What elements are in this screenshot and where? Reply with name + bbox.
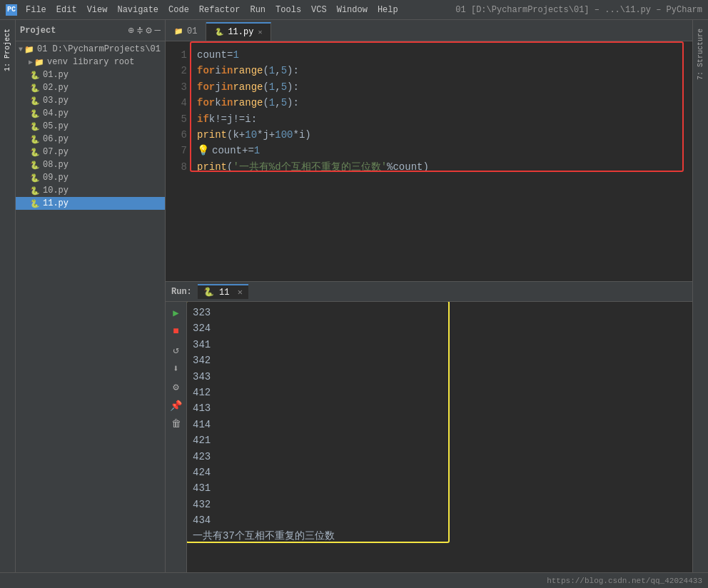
tree-item[interactable]: 🐍03.py <box>16 94 165 107</box>
run-output: 3233243413423434124134144214234244314324… <box>187 302 692 588</box>
tree-item[interactable]: 🐍04.py <box>16 107 165 120</box>
run-scroll-down-button[interactable]: ⬇ <box>168 360 184 376</box>
title-bar: PC File Edit View Navigate Code Refactor… <box>0 0 708 20</box>
code-line: print(k + 10 * j + 100 * i) <box>197 127 687 143</box>
active-tab-label: 11.py <box>228 27 253 37</box>
menu-refactor[interactable]: Refactor <box>195 4 245 16</box>
tree-item[interactable]: ▼📁01 D:\PycharmProjects\01 <box>16 43 165 56</box>
pc-logo: PC <box>6 4 17 16</box>
code-line: print('一共有%d个互相不重复的三位数' % count) <box>197 159 687 175</box>
tree-item[interactable]: 🐍06.py <box>16 133 165 146</box>
menu-help[interactable]: Help <box>373 4 403 16</box>
python-file-icon: 🐍 <box>215 28 223 36</box>
output-line: 423 <box>193 449 687 465</box>
run-stop-button[interactable]: ■ <box>168 323 184 339</box>
code-content: 12345678 count = 1for i in range(1, 5): … <box>166 41 692 281</box>
tree-item[interactable]: 🐍09.py <box>16 171 165 184</box>
output-line: 342 <box>193 353 687 368</box>
project-tab-label[interactable]: 1: Project <box>2 23 13 77</box>
output-line: 413 <box>193 400 687 416</box>
project-toolbar: ⊕ ≑ ⚙ — <box>128 24 161 36</box>
run-rerun-button[interactable]: ↺ <box>168 342 184 358</box>
menu-tools[interactable]: Tools <box>271 4 305 16</box>
output-line: 323 <box>193 305 687 320</box>
run-pin-button[interactable]: 📌 <box>168 397 184 413</box>
run-label: Run: <box>171 287 192 297</box>
window-title: 01 [D:\PycharmProjects\01] – ...\11.py –… <box>455 5 702 15</box>
output-summary: 一共有37个互相不重复的三位数 <box>193 528 687 544</box>
menu-view[interactable]: View <box>83 4 112 16</box>
left-tabs: 1: Project <box>0 20 16 588</box>
code-line: if k != j != i: <box>197 111 687 127</box>
menu-code[interactable]: Code <box>164 4 193 16</box>
add-icon[interactable]: ⊕ <box>128 24 133 36</box>
run-trash-button[interactable]: 🗑 <box>168 416 184 432</box>
status-url: https://blog.csdn.net/qq_42024433 <box>547 577 702 585</box>
settings-icon[interactable]: ⚙ <box>146 24 151 36</box>
menu-run[interactable]: Run <box>246 4 270 16</box>
tree-item[interactable]: 🐍01.py <box>16 69 165 81</box>
breadcrumb-text: 01 <box>187 26 197 36</box>
active-file-tab[interactable]: 🐍 11.py ✕ <box>206 22 271 41</box>
run-tab-icon: 🐍 <box>203 288 214 298</box>
folder-icon: 📁 <box>174 27 183 36</box>
right-tabs: 7: Structure <box>692 20 708 588</box>
run-settings-button[interactable]: ⚙ <box>168 379 184 395</box>
output-line: 431 <box>193 480 687 496</box>
code-line: 💡count += 1 <box>197 143 687 158</box>
main-layout: 1: Project Project ⊕ ≑ ⚙ — ▼📁01 D:\Pycha… <box>0 20 708 588</box>
tree-item[interactable]: ▶📁venv library root <box>16 56 165 69</box>
run-body: ▶ ■ ↺ ⬇ ⚙ 📌 🗑 32332434134234341241341442… <box>166 302 692 588</box>
menu-bar[interactable]: File Edit View Navigate Code Refactor Ru… <box>21 4 403 16</box>
line-numbers: 12345678 <box>166 41 191 281</box>
collapse-icon[interactable]: — <box>155 24 161 36</box>
breadcrumb-tab: 📁 01 <box>166 22 206 41</box>
menu-edit[interactable]: Edit <box>52 4 81 16</box>
project-header: Project ⊕ ≑ ⚙ — <box>16 20 165 41</box>
run-header: Run: 🐍 11 ✕ <box>166 282 692 302</box>
run-tab-11[interactable]: 🐍 11 ✕ <box>198 284 248 299</box>
structure-tab-label[interactable]: 7: Structure <box>695 23 706 86</box>
code-line: for k in range(1, 5): <box>197 95 687 111</box>
code-text[interactable]: count = 1for i in range(1, 5): for j in … <box>191 41 692 281</box>
menu-vcs[interactable]: VCS <box>307 4 331 16</box>
code-line: for i in range(1, 5): <box>197 63 687 78</box>
close-run-button[interactable]: ✕ <box>238 288 243 298</box>
code-line: count = 1 <box>197 47 687 63</box>
code-editor[interactable]: 12345678 count = 1for i in range(1, 5): … <box>166 41 692 281</box>
output-line: 414 <box>193 417 687 432</box>
run-tab-label: 11 <box>219 288 229 298</box>
output-line: 434 <box>193 512 687 528</box>
tree-item[interactable]: 🐍10.py <box>16 184 165 197</box>
output-line: 412 <box>193 385 687 400</box>
output-line: 324 <box>193 320 687 336</box>
close-tab-button[interactable]: ✕ <box>258 28 262 36</box>
menu-window[interactable]: Window <box>333 4 372 16</box>
run-play-button[interactable]: ▶ <box>168 305 184 320</box>
editor-area: 📁 01 🐍 11.py ✕ 12345678 count = 1for i i… <box>166 20 692 588</box>
project-panel: Project ⊕ ≑ ⚙ — ▼📁01 D:\PycharmProjects\… <box>16 20 166 588</box>
menu-file[interactable]: File <box>21 4 51 16</box>
output-line: 432 <box>193 497 687 512</box>
project-tree: ▼📁01 D:\PycharmProjects\01▶📁venv library… <box>16 41 165 588</box>
tree-item[interactable]: 🐍11.py <box>16 197 165 210</box>
code-line: for j in range(1, 5): <box>197 79 687 95</box>
output-line: 424 <box>193 465 687 480</box>
output-line: 341 <box>193 337 687 353</box>
tree-item[interactable]: 🐍07.py <box>16 146 165 158</box>
status-bar: https://blog.csdn.net/qq_42024433 <box>0 572 708 588</box>
run-panel: Run: 🐍 11 ✕ ▶ ■ ↺ ⬇ ⚙ 📌 🗑 <box>166 281 692 588</box>
project-title: Project <box>20 26 125 36</box>
tree-item[interactable]: 🐍08.py <box>16 158 165 171</box>
tree-item[interactable]: 🐍05.py <box>16 120 165 133</box>
menu-navigate[interactable]: Navigate <box>113 4 163 16</box>
sync-icon[interactable]: ≑ <box>137 24 143 36</box>
tree-item[interactable]: 🐍02.py <box>16 81 165 94</box>
run-sidebar: ▶ ■ ↺ ⬇ ⚙ 📌 🗑 <box>166 302 187 588</box>
output-line: 421 <box>193 432 687 448</box>
output-line: 343 <box>193 369 687 385</box>
editor-tabs: 📁 01 🐍 11.py ✕ <box>166 20 692 41</box>
